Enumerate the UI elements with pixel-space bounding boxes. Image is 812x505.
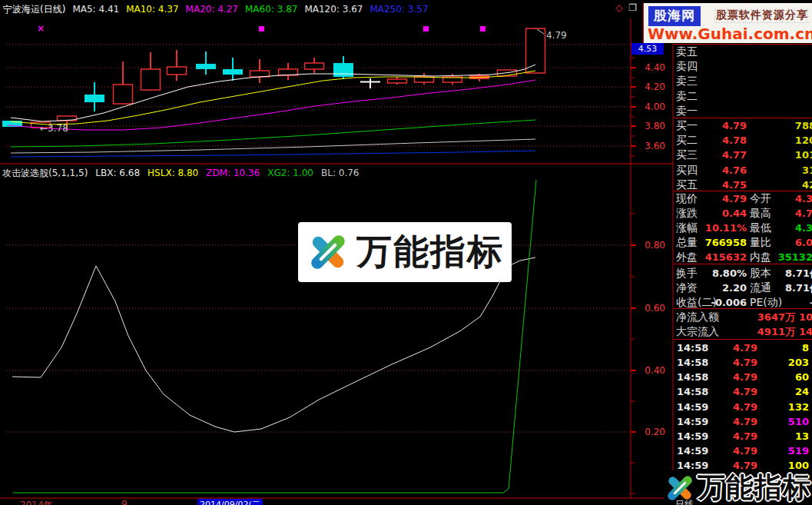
info-row[interactable]: 外盘415632内盘351326 <box>674 250 812 264</box>
wanneng-logo-icon <box>306 230 350 274</box>
quote-separator <box>674 339 812 340</box>
sell-level-row[interactable]: 卖二 <box>674 89 812 104</box>
info-row[interactable]: 现价4.79今开4.35 <box>674 191 812 206</box>
indicator-tick-label: 0.20 <box>633 427 665 437</box>
price-tick-label: 4.40 <box>633 62 665 73</box>
chart-title-bar: 宁波海运(日线)MA5: 4.41MA10: 4.37MA20: 4.27MA6… <box>0 0 633 20</box>
tick-trade-row[interactable]: 14:584.79203 <box>674 355 812 370</box>
tick-trade-row[interactable]: 14:584.7960 <box>674 370 812 384</box>
price-tick-label: 4.00 <box>633 101 665 112</box>
price-tick-label: 3.60 <box>633 141 665 151</box>
indicator-title: 攻击波选股(5,1,1,5) <box>2 168 88 178</box>
sell-level-row[interactable]: 卖五 <box>674 45 812 59</box>
ma-legend: MA5: 4.41MA10: 4.37MA20: 4.27MA60: 3.87M… <box>72 4 435 15</box>
watermark-center: 万能指标 <box>298 222 512 282</box>
buy-level-row[interactable]: 买五4.7542 <box>674 178 812 192</box>
svg-text:×: × <box>37 23 45 34</box>
guhai-url[interactable]: Www.Guhai.com.cn <box>648 25 812 43</box>
legend-item-ma250: MA250: 3.57 <box>370 4 428 15</box>
buy-level-row[interactable]: 买三4.77101 <box>674 148 812 162</box>
info-row[interactable]: 涨幅10.11%最低4.35 <box>674 221 812 235</box>
guhai-banner[interactable]: 股海网 股票软件资源分享 Www.Guhai.com.cn <box>643 3 812 43</box>
info-row[interactable]: 换手8.80%股本8.71亿 <box>674 266 812 281</box>
maximize-pane-icon[interactable]: ❐ <box>628 2 637 13</box>
legend-item-zdm: ZDM: 10.36 <box>206 168 260 178</box>
legend-item-ma5: MA5: 4.41 <box>72 4 119 15</box>
legend-item-ma20: MA20: 4.27 <box>186 4 238 15</box>
buy-level-row[interactable]: 买二4.78120 <box>674 133 812 148</box>
price-highlight-badge: 4.53 <box>631 43 664 55</box>
period-label[interactable]: 日线 <box>675 498 694 505</box>
indicator-tick-label: 0.40 <box>633 365 665 376</box>
window-controls: ◇ ❐ <box>615 2 637 13</box>
sub-chart-header: 攻击波选股(5,1,1,5)LBX: 6.68HSLX: 8.80ZDM: 10… <box>2 167 374 180</box>
sell-level-row[interactable]: 卖三 <box>674 74 812 88</box>
quote-separator <box>674 118 812 118</box>
high-price-annotation: 4.79 <box>546 30 567 41</box>
legend-item-xg2: XG2: 1.00 <box>267 168 313 178</box>
tick-trade-row[interactable]: 14:594.7913 <box>674 429 812 444</box>
tick-trade-row[interactable]: 14:584.798 <box>674 341 812 355</box>
detach-pane-icon[interactable]: ◇ <box>615 2 622 13</box>
watermark-text: 万能指标 <box>356 228 504 276</box>
legend-item-hslx: HSLX: 8.80 <box>147 168 198 178</box>
tick-trade-row[interactable]: 14:594.79132 <box>674 400 812 414</box>
axis-year-label: 2014年 <box>20 499 53 505</box>
stock-title: 宁波海运(日线) <box>3 4 65 15</box>
info-row[interactable]: 净资2.20流通8.71亿 <box>674 281 812 295</box>
guhai-tagline: 股票软件资源分享 <box>714 8 810 23</box>
tick-trade-row[interactable]: 14:594.79519 <box>674 444 812 458</box>
price-tick-label: 4.20 <box>633 81 665 92</box>
legend-item-ma120: MA120: 3.67 <box>304 4 363 15</box>
axis-month-label: 9 <box>121 499 128 505</box>
indicator-legend: LBX: 6.68HSLX: 8.80ZDM: 10.36XG2: 1.00BL… <box>95 168 366 178</box>
app-window: × 宁波海运(日线)MA5: 4.41MA10: 4.37MA20: 4.27M… <box>0 0 812 505</box>
quote-separator <box>674 191 812 191</box>
buy-level-row[interactable]: 买四4.7631 <box>674 163 812 178</box>
legend-item-bl: BL: 0.76 <box>321 168 360 178</box>
quote-separator <box>674 264 812 264</box>
quote-panel: 卖五卖四卖三卖二卖一买一4.79788买二4.78120买三4.77101买四4… <box>674 44 812 505</box>
cursor-date-badge: 2014/09/02(二 <box>197 499 263 505</box>
money-flow-row[interactable]: 净流入额3647万10 <box>674 310 812 324</box>
info-row[interactable]: 涨跌0.44最高4.79 <box>674 206 812 221</box>
info-row[interactable]: 总量766958量比6.08 <box>674 235 812 250</box>
quote-separator <box>674 308 812 309</box>
price-tick-label: 3.80 <box>633 121 665 131</box>
low-price-annotation: ←3.78 <box>40 123 68 134</box>
quote-separator <box>674 44 812 45</box>
guhai-site-name: 股海网 <box>648 6 701 26</box>
watermark-text: 万能指标 <box>698 469 811 505</box>
sell-level-row[interactable]: 卖一 <box>674 104 812 118</box>
tick-trade-row[interactable]: 14:584.7924 <box>674 384 812 399</box>
indicator-tick-label: 0.60 <box>633 303 665 314</box>
legend-item-ma10: MA10: 4.37 <box>126 4 178 15</box>
tick-trade-row[interactable]: 14:594.79510 <box>674 414 812 429</box>
money-flow-row[interactable]: 大宗流入4911万14 <box>674 324 812 339</box>
indicator-tick-label: 0.80 <box>633 240 665 251</box>
sell-level-row[interactable]: 卖四 <box>674 59 812 74</box>
legend-item-ma60: MA60: 3.87 <box>245 4 297 15</box>
buy-level-row[interactable]: 买一4.79788 <box>674 118 812 133</box>
legend-item-lbx: LBX: 6.68 <box>95 168 140 178</box>
